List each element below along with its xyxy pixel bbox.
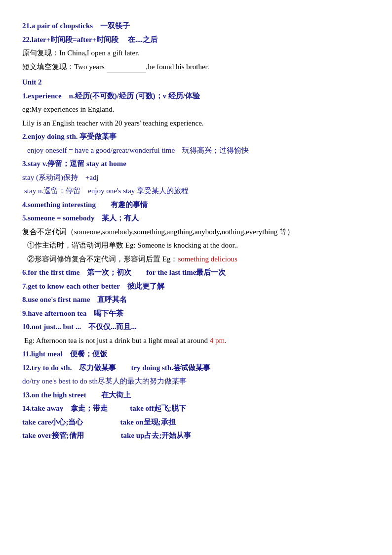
item-12-sub: do/try one's best to do sth尽某人的最大的努力做某事	[22, 375, 370, 388]
item-5-note-text: 复合不定代词（someone,somebody,something,angthi…	[22, 228, 294, 236]
item-9-text: 9.have afternoon tea 喝下午茶	[22, 309, 123, 317]
item-5-sub2-example: something delicious	[178, 255, 237, 263]
item-4: 4.something interesting 有趣的事情	[22, 199, 370, 212]
item-5-sub1: ①作主语时，谓语动词用单数 Eg: Someone is knocking at…	[22, 239, 370, 252]
item-9: 9.have afternoon tea 喝下午茶	[22, 307, 370, 320]
item-2-text: 2.enjoy doing sth. 享受做某事	[22, 132, 117, 140]
item-11: 11.light meal 便餐；便饭	[22, 348, 370, 361]
item-3-sub2-text: stay n.逗留；停留 enjoy one's stay 享受某人的旅程	[24, 187, 189, 195]
item-8-text: 8.use one's first name 直呼其名	[22, 296, 127, 303]
eg-1b: Lily is an English teacher with 20 years…	[22, 117, 370, 130]
item-5: 5.someone = somebody 某人；有人	[22, 212, 370, 225]
item-10-text: 10.not just... but ... 不仅仅...而且...	[22, 323, 137, 331]
item-22: 22.later+时间段=after+时间段 在....之后	[22, 34, 370, 46]
item-6-text: 6.for the first time 第一次；初次 for the last…	[22, 268, 226, 276]
item-3-sub1-text: stay (系动词)保持 +adj	[22, 173, 99, 181]
item-4-text: 4.something interesting 有趣的事情	[22, 201, 148, 209]
item-1-text: 1.experience n.经历(不可数)/经历 (可数)；v 经历/体验	[22, 92, 200, 100]
item-5-sub1-text: 作主语时，谓语动词用单数 Eg: Someone is knocking at …	[35, 241, 238, 249]
item-5-sub2-num: ②	[27, 255, 35, 263]
item-13: 13.on the high street 在大街上	[22, 389, 370, 402]
item-14-sub2: take over接管;借用 take up占去;开始从事	[22, 429, 370, 442]
sentence-1: 原句复现：In China,I open a gift later.	[22, 47, 370, 60]
item-21: 21.a pair of chopsticks 一双筷子	[22, 20, 370, 33]
item-8: 8.use one's first name 直呼其名	[22, 294, 370, 306]
sentence-1-label: 原句复现：	[22, 49, 59, 57]
sentence-2-after: ,he found his brother.	[146, 63, 209, 71]
item-5-sub1-num: ①	[27, 241, 35, 249]
item-14-sub1: take care小心;当心 take on呈现;承担	[22, 416, 370, 429]
item-14-text: 14.take away 拿走；带走 take off起飞;脱下	[22, 404, 186, 412]
item-14-sub1-text: take care小心;当心 take on呈现;承担	[22, 418, 176, 426]
item-22-text: 22.later+时间段=after+时间段 在....之后	[22, 36, 157, 43]
item-6: 6.for the first time 第一次；初次 for the last…	[22, 266, 370, 279]
sentence-2-before: Two years	[74, 63, 107, 71]
item-2: 2.enjoy doing sth. 享受做某事	[22, 130, 370, 143]
sentence-2-blank	[107, 73, 146, 73]
sentence-2-label: 短文填空复现：	[22, 63, 74, 71]
sentence-1-value: In China,I open a gift later.	[59, 49, 139, 57]
item-2-sub: enjoy oneself = have a good/great/wonder…	[22, 144, 370, 157]
item-14-sub2-text: take over接管;借用 take up占去;开始从事	[22, 431, 191, 439]
eg-10-before: Eg: Afternoon tea is not just a drink bu…	[24, 337, 210, 344]
item-11-text: 11.light meal 便餐；便饭	[22, 350, 107, 358]
eg-10-red: 4 pm	[210, 337, 225, 344]
item-14: 14.take away 拿走；带走 take off起飞;脱下	[22, 402, 370, 415]
item-21-text: 21.a pair of chopsticks 一双筷子	[22, 22, 130, 30]
page-content: 21.a pair of chopsticks 一双筷子 22.later+时间…	[22, 20, 370, 442]
item-3-sub2: stay n.逗留；停留 enjoy one's stay 享受某人的旅程	[22, 185, 370, 198]
item-3-sub1: stay (系动词)保持 +adj	[22, 171, 370, 184]
unit-2-label: Unit 2	[22, 78, 42, 86]
item-12-text: 12.try to do sth. 尽力做某事 try doing sth.尝试…	[22, 364, 210, 372]
item-7: 7.get to know each other better 彼此更了解	[22, 280, 370, 293]
eg-1b-text: Lily is an English teacher with 20 years…	[22, 119, 204, 127]
item-5-sub2: ②形容词修饰复合不定代词，形容词后置 Eg：something deliciou…	[22, 253, 370, 266]
item-3: 3.stay v.停留；逗留 stay at home	[22, 158, 370, 171]
item-5-text: 5.someone = somebody 某人；有人	[22, 214, 139, 222]
item-13-text: 13.on the high street 在大街上	[22, 391, 131, 399]
eg-1a: eg:My experiences in England.	[22, 103, 370, 116]
item-3-text: 3.stay v.停留；逗留 stay at home	[22, 160, 126, 168]
item-7-text: 7.get to know each other better 彼此更了解	[22, 282, 164, 290]
item-5-sub2-text-before: 形容词修饰复合不定代词，形容词后置 Eg：	[35, 255, 178, 263]
item-2-sub-text: enjoy oneself = have a good/great/wonder…	[27, 146, 249, 154]
item-12: 12.try to do sth. 尽力做某事 try doing sth.尝试…	[22, 362, 370, 375]
item-12-sub-text: do/try one's best to do sth尽某人的最大的努力做某事	[22, 377, 187, 385]
item-5-note: 复合不定代词（someone,somebody,something,angthi…	[22, 226, 370, 239]
unit-2-title: Unit 2	[22, 76, 370, 89]
eg-10-after: .	[225, 337, 227, 344]
item-10: 10.not just... but ... 不仅仅...而且...	[22, 321, 370, 334]
eg-1a-text: eg:My experiences in England.	[22, 105, 115, 113]
eg-10: Eg: Afternoon tea is not just a drink bu…	[22, 335, 370, 347]
sentence-2: 短文填空复现：Two years ,he found his brother.	[22, 61, 370, 74]
item-1: 1.experience n.经历(不可数)/经历 (可数)；v 经历/体验	[22, 90, 370, 103]
